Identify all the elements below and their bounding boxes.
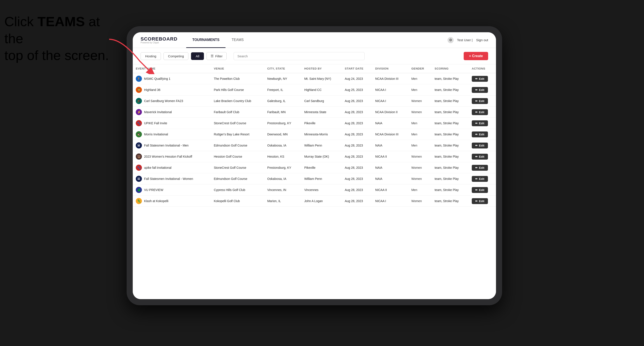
cell-actions: ✏ Edit (469, 118, 496, 129)
table-row: 🏌 MSMC Qualifying 1 The Powelton Club Ne… (133, 73, 496, 84)
cell-start-date: Aug 28, 2023 (342, 173, 372, 184)
cell-division: NAIA (372, 173, 408, 184)
cell-gender: Women (408, 162, 432, 173)
cell-event-name: 🦎 Klash at Kokopelli (133, 195, 211, 207)
cell-gender: Women (408, 173, 432, 184)
cell-city-state: Vincennes, IN (264, 184, 301, 195)
cell-start-date: Aug 28, 2023 (342, 151, 372, 162)
cell-start-date: Aug 28, 2023 (342, 162, 372, 173)
edit-button[interactable]: ✏ Edit (472, 132, 488, 137)
cell-event-name: 🏛 Fall Statesmen Invitational - Men (133, 140, 211, 151)
edit-icon: ✏ (475, 188, 478, 192)
cell-venue: StoneCrest Golf Course (211, 118, 264, 129)
col-scoring: SCORING (432, 64, 469, 73)
edit-button[interactable]: ✏ Edit (472, 87, 488, 93)
table-row: 🌲 VU PREVIEW Cypress Hills Golf Club Vin… (133, 184, 496, 195)
cell-scoring: team, Stroke Play (432, 173, 469, 184)
cell-actions: ✏ Edit (469, 129, 496, 140)
tablet-frame: SCOREBOARD Powered by Clippit TOURNAMENT… (126, 26, 502, 305)
table-row: 🐾 UPIKE Fall Invite StoneCrest Golf Cour… (133, 118, 496, 129)
cell-scoring: team, Stroke Play (432, 195, 469, 207)
col-venue: VENUE (211, 64, 264, 73)
edit-button[interactable]: ✏ Edit (472, 176, 488, 182)
cell-actions: ✏ Edit (469, 173, 496, 184)
toolbar: Hosting Competing All ☰ Filter + Create (133, 48, 496, 64)
cell-event-name: 🐻 2023 Women's Hesston Fall Kickoff (133, 151, 211, 162)
nav-tab-teams[interactable]: TEAMS (226, 32, 250, 48)
table-row: 🏛 Fall Statesmen Invitational - Women Ed… (133, 173, 496, 184)
cell-city-state: Freeport, IL (264, 84, 301, 96)
cell-scoring: team, Stroke Play (432, 140, 469, 151)
event-name-label: Fall Statesmen Invitational - Men (144, 144, 188, 147)
event-icon: 🏛 (136, 142, 142, 149)
main-nav: TOURNAMENTS TEAMS (186, 32, 250, 48)
cell-hosted-by: Carl Sandburg (301, 96, 342, 107)
edit-button[interactable]: ✏ Edit (472, 143, 488, 149)
cell-scoring: team, Stroke Play (432, 84, 469, 96)
signout-link[interactable]: Sign out (476, 38, 488, 42)
cell-actions: ✏ Edit (469, 195, 496, 207)
cell-venue: StoneCrest Golf Course (211, 162, 264, 173)
edit-button[interactable]: ✏ Edit (472, 198, 488, 204)
event-name-label: 2023 Women's Hesston Fall Kickoff (144, 155, 192, 158)
event-icon: 🎓 (136, 98, 142, 104)
edit-button[interactable]: ✏ Edit (472, 76, 488, 82)
edit-button[interactable]: ✏ Edit (472, 120, 488, 126)
cell-scoring: team, Stroke Play (432, 162, 469, 173)
main-content: Hosting Competing All ☰ Filter + Create (133, 48, 496, 299)
cell-city-state: Newburgh, NY (264, 73, 301, 84)
edit-button[interactable]: ✏ Edit (472, 98, 488, 104)
cell-hosted-by: Minnesota State (301, 107, 342, 118)
cell-start-date: Aug 28, 2023 (342, 184, 372, 195)
edit-icon: ✏ (475, 155, 478, 158)
cell-start-date: Aug 28, 2023 (342, 195, 372, 207)
event-icon: 🦎 (136, 198, 142, 204)
event-name-label: UPIKE Fall Invite (144, 121, 167, 125)
col-start-date: START DATE (342, 64, 372, 73)
gear-icon[interactable]: ⚙ (448, 37, 454, 43)
tournaments-table: EVENT NAME VENUE CITY, STATE HOSTED BY S… (133, 64, 496, 207)
cell-actions: ✏ Edit (469, 96, 496, 107)
edit-icon: ✏ (475, 111, 478, 114)
cell-actions: ✏ Edit (469, 184, 496, 195)
edit-button[interactable]: ✏ Edit (472, 187, 488, 193)
cell-division: NAIA (372, 140, 408, 151)
cell-event-name: 🏌 MSMC Qualifying 1 (133, 73, 211, 84)
cell-scoring: team, Stroke Play (432, 96, 469, 107)
cell-gender: Men (408, 129, 432, 140)
cell-scoring: team, Stroke Play (432, 73, 469, 84)
cell-event-name: 🦅 Morris Invitational (133, 129, 211, 140)
cell-gender: Men (408, 73, 432, 84)
cell-event-name: 🦁 Highland 36 (133, 84, 211, 96)
nav-tab-tournaments[interactable]: TOURNAMENTS (186, 32, 226, 48)
table-row: 🏛 Fall Statesmen Invitational - Men Edmu… (133, 140, 496, 151)
edit-button[interactable]: ✏ Edit (472, 109, 488, 115)
cell-hosted-by: Pikeville (301, 118, 342, 129)
header-right: ⚙ Test User | Sign out (448, 37, 488, 43)
filter-icon-btn[interactable]: ☰ Filter (206, 52, 226, 60)
all-filter-btn[interactable]: All (191, 52, 204, 60)
event-name-label: Klash at Kokopelli (144, 199, 168, 203)
cell-division: NICAA I (372, 195, 408, 207)
cell-gender: Men (408, 118, 432, 129)
cell-event-name: 🏛 Fall Statesmen Invitational - Women (133, 173, 211, 184)
cell-event-name: 🐾 UPIKE Fall Invite (133, 118, 211, 129)
edit-icon: ✏ (475, 99, 478, 103)
search-input[interactable] (234, 52, 364, 60)
cell-city-state: Oskaloosa, IA (264, 173, 301, 184)
cell-hosted-by: Minnesota-Morris (301, 129, 342, 140)
competing-filter-btn[interactable]: Competing (164, 52, 188, 60)
edit-button[interactable]: ✏ Edit (472, 154, 488, 160)
col-division: DIVISION (372, 64, 408, 73)
edit-button[interactable]: ✏ Edit (472, 165, 488, 171)
cell-scoring: team, Stroke Play (432, 107, 469, 118)
table-row: 🎓 Carl Sandburg Women FA23 Lake Bracken … (133, 96, 496, 107)
cell-city-state: Marion, IL (264, 195, 301, 207)
event-icon: 🐾 (136, 165, 142, 171)
table-body: 🏌 MSMC Qualifying 1 The Powelton Club Ne… (133, 73, 496, 207)
create-button[interactable]: + Create (464, 52, 488, 60)
event-name-label: upike fall invitational (144, 166, 171, 170)
event-name-label: Fall Statesmen Invitational - Women (144, 177, 193, 180)
cell-scoring: team, Stroke Play (432, 184, 469, 195)
cell-venue: Kokopelli Golf Club (211, 195, 264, 207)
